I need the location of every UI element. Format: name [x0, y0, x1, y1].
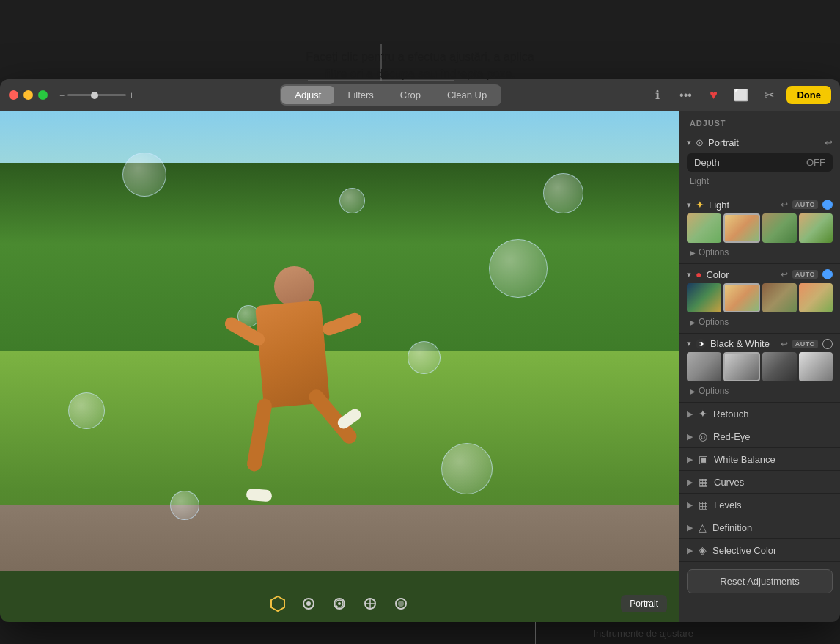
close-button[interactable]	[9, 90, 18, 100]
minimize-button[interactable]	[23, 90, 33, 100]
svg-point-12	[398, 601, 404, 607]
white-balance-label: White Balance	[714, 454, 833, 465]
tab-crop[interactable]: Crop	[387, 86, 434, 104]
depth-label: Depth	[694, 157, 720, 168]
levels-label: Levels	[714, 500, 833, 511]
red-eye-label: Red-Eye	[713, 431, 833, 442]
white-balance-row[interactable]: ▶ ▣ White Balance	[679, 448, 840, 471]
retouch-row[interactable]: ▶ ✦ Retouch	[679, 403, 840, 425]
selective-color-row[interactable]: ▶ ◈ Selective Color	[679, 539, 840, 562]
bw-undo-icon[interactable]: ↩	[781, 339, 788, 349]
main-window: − + Adjust Filters Crop Clean Up ℹ ••• ♥…	[0, 79, 840, 622]
color-thumb-4[interactable]	[799, 283, 833, 312]
bw-toggle[interactable]	[822, 339, 833, 349]
levels-icon: ▦	[699, 499, 708, 511]
bw-circle-icon: ◑	[696, 339, 706, 349]
red-eye-icon: ◎	[699, 431, 707, 442]
bw-thumb-2[interactable]	[723, 352, 761, 381]
light-thumb-2[interactable]	[723, 213, 761, 243]
light-thumb-4[interactable]	[799, 213, 833, 243]
bw-options-label: Options	[699, 386, 729, 396]
color-toggle[interactable]	[822, 269, 833, 279]
color-options-chevron-icon: ▶	[690, 318, 696, 326]
color-thumbnail-strip	[687, 283, 833, 312]
depth-row[interactable]: Depth OFF	[687, 153, 833, 172]
color-thumb-2[interactable]	[723, 283, 761, 312]
content-area: Portrait ADJUST ▾ ⊙ Portrait ↩ Depth OFF…	[0, 111, 840, 622]
bw-thumb-1[interactable]	[687, 352, 721, 381]
curves-label: Curves	[714, 477, 833, 488]
light-thumb-1[interactable]	[687, 213, 721, 243]
portrait-undo-icon[interactable]: ↩	[825, 137, 833, 148]
bottom-toolbar: Portrait	[0, 585, 679, 622]
color-options-label: Options	[699, 317, 729, 327]
svg-marker-2	[271, 596, 284, 611]
color-auto-badge[interactable]: AUTO	[792, 270, 818, 279]
retouch-chevron-icon: ▶	[687, 409, 693, 419]
top-tooltip: Faceți clic pentru a efectua ajustări, a…	[0, 0, 840, 88]
definition-row[interactable]: ▶ △ Definition	[679, 516, 840, 539]
subject-figure	[237, 266, 355, 530]
red-eye-chevron-icon: ▶	[687, 432, 693, 442]
light-section: ▾ ✦ Light ↩ AUTO ▶ Options	[679, 194, 840, 264]
view-mode-4-icon[interactable]	[390, 593, 412, 615]
right-panel: ADJUST ▾ ⊙ Portrait ↩ Depth OFF Light ▾	[679, 111, 840, 622]
view-mode-2-icon[interactable]	[328, 593, 350, 615]
color-undo-icon[interactable]: ↩	[781, 269, 788, 279]
portrait-light-label: Light	[687, 175, 833, 191]
selective-color-label: Selective Color	[712, 545, 833, 556]
levels-row[interactable]: ▶ ▦ Levels	[679, 494, 840, 516]
bw-thumb-4[interactable]	[799, 352, 833, 381]
depth-value: OFF	[806, 157, 825, 168]
reset-adjustments-button[interactable]: Reset Adjustments	[687, 569, 833, 593]
svg-point-4	[306, 601, 311, 606]
white-balance-chevron-icon: ▶	[687, 455, 693, 464]
view-mode-3-icon[interactable]	[359, 593, 381, 615]
color-thumb-1[interactable]	[687, 283, 721, 312]
light-thumb-3[interactable]	[762, 213, 797, 243]
light-options-label: Options	[699, 247, 729, 257]
view-mode-1-icon[interactable]	[298, 593, 320, 615]
bw-chevron-icon[interactable]: ▾	[687, 339, 691, 348]
bw-section: ▾ ◑ Black & White ↩ AUTO ▶ Options	[679, 334, 840, 403]
portrait-label: Portrait	[708, 137, 739, 148]
brightness-slider[interactable]	[67, 94, 126, 96]
svg-point-7	[338, 602, 341, 605]
curves-row[interactable]: ▶ ▦ Curves	[679, 471, 840, 494]
bw-auto-badge[interactable]: AUTO	[792, 340, 818, 348]
bw-thumbnail-strip	[687, 352, 833, 381]
tab-cleanup[interactable]: Clean Up	[434, 86, 500, 104]
tooltip-text: Faceți clic pentru a efectua ajustări, a…	[295, 49, 545, 82]
definition-icon: △	[699, 522, 707, 533]
light-toggle[interactable]	[822, 200, 833, 210]
light-undo-icon[interactable]: ↩	[781, 200, 788, 210]
light-section-header: ▾ ✦ Light ↩ AUTO	[687, 199, 833, 211]
maximize-button[interactable]	[38, 90, 48, 100]
portrait-chevron-icon[interactable]: ▾	[687, 138, 691, 147]
done-button[interactable]: Done	[786, 86, 831, 104]
color-thumb-3[interactable]	[762, 283, 797, 312]
definition-label: Definition	[712, 522, 833, 533]
bw-thumb-3[interactable]	[762, 352, 797, 381]
light-chevron-icon[interactable]: ▾	[687, 200, 691, 210]
selective-color-chevron-icon: ▶	[687, 546, 693, 555]
retouch-icon: ✦	[699, 408, 707, 420]
tab-filters[interactable]: Filters	[334, 86, 386, 104]
bw-options-row[interactable]: ▶ Options	[687, 384, 833, 398]
brightness-increase-icon[interactable]: +	[129, 90, 134, 100]
traffic-lights	[9, 90, 48, 100]
photo-area: Portrait	[0, 111, 679, 622]
red-eye-row[interactable]: ▶ ◎ Red-Eye	[679, 425, 840, 448]
light-auto-badge[interactable]: AUTO	[792, 200, 818, 209]
color-circle-icon: ●	[696, 268, 701, 280]
light-options-row[interactable]: ▶ Options	[687, 246, 833, 259]
bottom-tooltip: Instrumente de ajustare	[0, 622, 840, 644]
hexagon-view-icon[interactable]	[267, 593, 289, 615]
color-section-header: ▾ ● Color ↩ AUTO	[687, 268, 833, 280]
tab-adjust[interactable]: Adjust	[281, 86, 334, 104]
portrait-badge-button[interactable]: Portrait	[621, 595, 667, 612]
color-chevron-icon[interactable]: ▾	[687, 270, 691, 279]
levels-chevron-icon: ▶	[687, 500, 693, 510]
brightness-decrease-icon[interactable]: −	[59, 90, 65, 100]
color-options-row[interactable]: ▶ Options	[687, 315, 833, 329]
